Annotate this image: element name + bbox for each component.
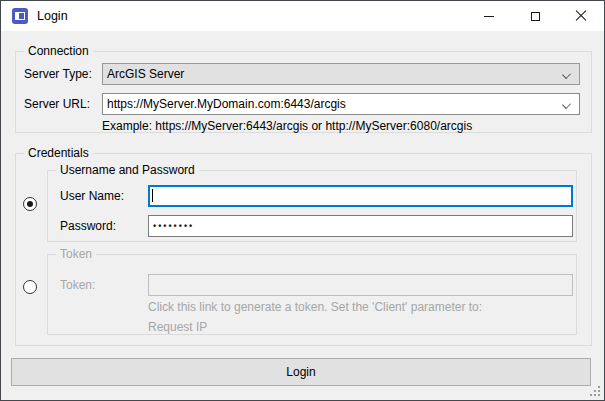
- login-button-label: Login: [286, 365, 315, 379]
- connection-group: Connection Server Type: ArcGIS Server Se…: [15, 51, 592, 133]
- login-dialog: Login Connection Server Type: ArcGIS Ser…: [0, 0, 605, 401]
- server-url-value: https://MyServer.MyDomain.com:6443/arcgi…: [107, 97, 346, 111]
- connection-group-label: Connection: [24, 44, 93, 58]
- close-button[interactable]: [558, 1, 604, 31]
- caption-buttons: [466, 1, 604, 31]
- window-title: Login: [37, 9, 68, 23]
- username-password-group-label: Username and Password: [56, 163, 199, 177]
- token-client-value[interactable]: Request IP: [148, 320, 207, 334]
- minimize-button[interactable]: [466, 1, 512, 31]
- credentials-group-label: Credentials: [24, 146, 93, 160]
- minimize-icon: [484, 16, 494, 17]
- username-password-group: Username and Password User Name: Passwor…: [47, 170, 577, 242]
- username-password-radio[interactable]: [23, 197, 37, 211]
- server-type-dropdown[interactable]: ArcGIS Server: [102, 63, 580, 85]
- server-url-label: Server URL:: [24, 93, 90, 115]
- server-type-value: ArcGIS Server: [107, 67, 184, 81]
- resize-grip-icon[interactable]: [590, 386, 592, 388]
- user-name-label: User Name:: [60, 185, 124, 207]
- app-window-icon: [12, 8, 28, 24]
- chevron-down-icon: [562, 70, 571, 79]
- server-type-label: Server Type:: [24, 63, 92, 85]
- user-name-input[interactable]: [148, 185, 573, 207]
- token-input: [148, 274, 573, 296]
- token-group: Token Token: Click this link to generate…: [47, 254, 577, 335]
- server-url-example-text: Example: https://MyServer:6443/arcgis or…: [102, 119, 472, 133]
- chevron-down-icon: [562, 100, 571, 109]
- password-label: Password:: [60, 215, 116, 237]
- token-group-label: Token: [56, 247, 96, 261]
- maximize-button[interactable]: [512, 1, 558, 31]
- title-bar[interactable]: Login: [1, 1, 604, 31]
- credentials-group: Credentials Username and Password User N…: [15, 153, 592, 346]
- login-button[interactable]: Login: [11, 358, 591, 386]
- token-radio[interactable]: [23, 280, 37, 294]
- close-icon: [575, 10, 587, 22]
- token-help-text: Click this link to generate a token. Set…: [148, 300, 482, 314]
- password-input[interactable]: [148, 215, 573, 237]
- maximize-icon: [531, 12, 540, 21]
- text-caret: [152, 189, 153, 202]
- server-url-combobox[interactable]: https://MyServer.MyDomain.com:6443/arcgi…: [102, 93, 580, 115]
- token-label: Token:: [60, 274, 95, 296]
